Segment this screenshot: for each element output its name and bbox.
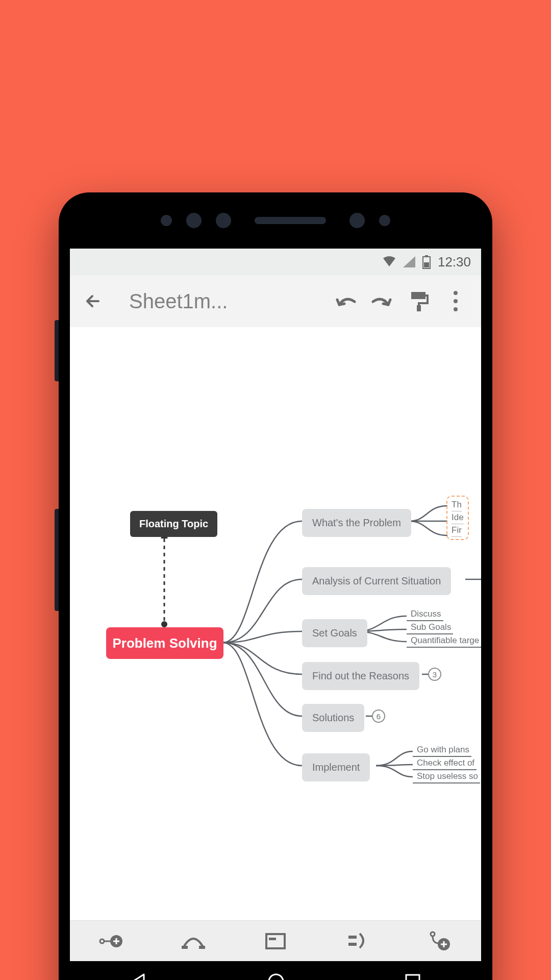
leaf-label: Fir [452,524,462,537]
branch-node[interactable]: What's the Problem [302,509,411,537]
svg-rect-3 [411,292,425,299]
svg-point-19 [431,932,435,936]
undo-button[interactable] [329,286,362,316]
circle-home-icon [267,972,285,980]
child-count-badge[interactable]: 3 [428,668,441,681]
signal-icon [403,256,415,267]
svg-rect-18 [348,943,357,946]
bottom-toolbar [70,920,481,961]
add-subtopic-icon [99,933,123,950]
count-value: 3 [433,670,437,679]
phone-top-hardware [59,192,492,249]
format-button[interactable] [403,286,435,316]
android-recent-button[interactable] [404,973,421,980]
svg-point-23 [269,974,283,980]
leaf-label: Check effect of [417,758,474,768]
relationship-icon [181,933,206,950]
leaf-node[interactable]: Discuss [407,608,443,621]
android-home-button[interactable] [267,972,285,980]
leaf-label: Th [452,499,462,511]
count-value: 6 [377,712,381,721]
add-subtopic-button[interactable] [96,926,127,957]
branch-label: Set Goals [312,627,357,639]
wifi-icon [383,256,396,267]
arrow-left-icon [84,292,103,310]
add-floating-icon [429,931,451,951]
child-count-badge[interactable]: 6 [372,709,385,723]
leaf-label: Discuss [411,609,441,619]
app-top-bar: Sheet1m... [70,275,481,327]
leaf-label: Quantifiable targe [411,635,479,646]
phone-side-button [55,320,59,381]
svg-rect-13 [182,946,188,949]
more-menu-button[interactable] [439,286,472,316]
status-bar: 12:30 [70,249,481,275]
android-back-button[interactable] [130,972,148,980]
square-recent-icon [404,973,421,980]
branch-node[interactable]: Implement [302,753,370,781]
leaf-node[interactable]: Quantifiable targe [407,634,481,648]
boundary-icon [347,933,368,950]
redo-icon [371,293,393,309]
screen: 12:30 Sheet1m... [70,249,481,980]
back-button[interactable] [79,287,108,315]
mindmap-canvas[interactable]: Floating Topic Problem Solving What's th… [70,327,481,920]
leaf-node[interactable]: Go with plans [413,744,471,757]
leaf-group-dashed[interactable]: Th Ide Fir [446,496,469,540]
floating-topic-label: Floating Topic [139,518,208,530]
svg-rect-4 [417,305,421,311]
leaf-label: Sub Goals [411,622,451,632]
leaf-node[interactable]: Check effect of [413,757,477,770]
leaf-label: Ide [452,511,464,524]
branch-node[interactable]: Find out the Reasons [302,662,419,690]
leaf-node[interactable]: Sub Goals [407,621,453,634]
add-relationship-button[interactable] [178,926,209,957]
add-boundary-button[interactable] [342,926,373,957]
branch-label: Solutions [312,712,354,724]
svg-point-7 [161,621,167,627]
battery-icon [422,255,431,268]
phone-side-button [55,509,59,611]
floating-topic-node[interactable]: Floating Topic [130,511,217,537]
phone-frame: 12:30 Sheet1m... [59,192,492,980]
leaf-label: Go with plans [417,745,469,755]
svg-rect-17 [348,936,357,939]
android-nav-bar [70,961,481,980]
root-node[interactable]: Problem Solving [106,627,223,659]
document-title[interactable]: Sheet1m... [112,290,325,313]
root-label: Problem Solving [112,635,217,651]
leaf-node[interactable]: Stop useless so [413,770,480,783]
paint-roller-icon [410,291,428,311]
svg-rect-2 [424,262,429,267]
svg-point-8 [100,939,104,943]
svg-rect-14 [199,946,205,949]
svg-rect-16 [269,938,276,940]
triangle-back-icon [130,972,148,980]
branch-label: What's the Problem [312,517,401,529]
svg-rect-24 [406,975,419,980]
svg-rect-15 [266,934,285,948]
branch-label: Find out the Reasons [312,670,409,682]
undo-icon [334,293,357,309]
redo-button[interactable] [366,286,398,316]
branch-label: Analysis of Current Situation [312,575,441,587]
branch-node[interactable]: Analysis of Current Situation [302,567,451,595]
add-note-button[interactable] [260,926,291,957]
status-time: 12:30 [438,254,471,270]
branch-label: Implement [312,762,360,773]
more-vertical-icon [454,291,458,311]
add-floating-topic-button[interactable] [424,926,455,957]
leaf-label: Stop useless so [417,771,478,781]
branch-node[interactable]: Solutions [302,704,364,732]
note-icon [265,933,286,950]
branch-node[interactable]: Set Goals [302,619,367,647]
